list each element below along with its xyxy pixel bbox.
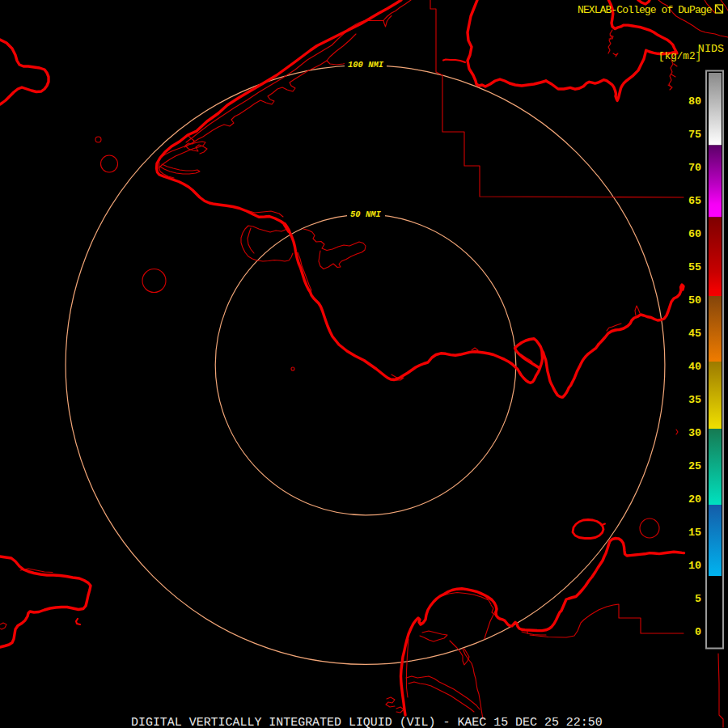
svg-text:100 NMI: 100 NMI	[348, 60, 384, 70]
svg-text:5: 5	[695, 593, 701, 605]
svg-text:45: 45	[688, 328, 701, 340]
svg-text:55: 55	[688, 261, 701, 273]
svg-text:0: 0	[695, 626, 701, 638]
svg-text:35: 35	[688, 394, 701, 406]
svg-text:65: 65	[688, 195, 701, 207]
svg-text:30: 30	[688, 427, 701, 439]
svg-text:60: 60	[688, 228, 701, 240]
svg-text:20: 20	[688, 493, 701, 506]
svg-text:25: 25	[688, 460, 701, 472]
svg-text:40: 40	[688, 361, 701, 373]
svg-text:50: 50	[688, 294, 701, 307]
svg-text:10: 10	[688, 560, 701, 572]
svg-text:50 NMI: 50 NMI	[350, 210, 382, 219]
svg-text:[kg/m2]: [kg/m2]	[658, 51, 701, 62]
svg-text:NEXLAB-College of DuPage: NEXLAB-College of DuPage	[578, 4, 712, 16]
svg-text:70: 70	[688, 162, 701, 174]
svg-text:75: 75	[688, 129, 701, 141]
svg-text:NIDS: NIDS	[698, 43, 724, 55]
svg-text:80: 80	[688, 95, 701, 108]
svg-text:DIGITAL VERTICALLY INTEGRATED: DIGITAL VERTICALLY INTEGRATED LIQUID (VI…	[131, 716, 603, 728]
svg-text:15: 15	[688, 527, 701, 539]
